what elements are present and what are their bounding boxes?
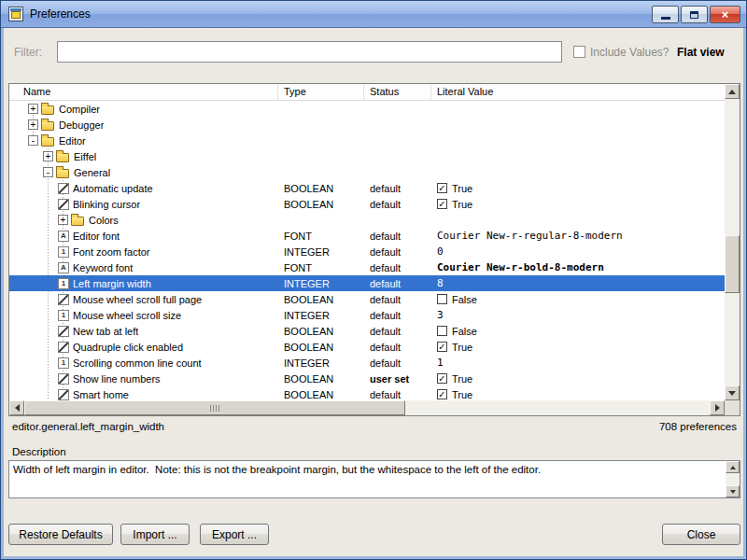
tree-row[interactable]: +Compiler xyxy=(9,101,725,117)
scroll-left-button[interactable] xyxy=(9,400,24,415)
value-text: Courier New-r-bold-8-modern xyxy=(437,261,604,273)
maximize-button[interactable] xyxy=(681,6,708,23)
type-cell: FONT xyxy=(278,228,364,244)
description-scrollbar[interactable] xyxy=(726,461,740,497)
column-header-literal-value[interactable]: Literal Value xyxy=(431,84,725,101)
scroll-down-button[interactable] xyxy=(725,385,740,400)
tree-row[interactable]: 1Font zoom factorINTEGERdefault0 xyxy=(9,244,725,259)
type-cell: INTEGER xyxy=(278,355,364,371)
filter-label: Filter: xyxy=(14,46,42,59)
titlebar[interactable]: Preferences × xyxy=(1,1,746,28)
type-cell: BOOLEAN xyxy=(278,339,364,355)
value-text: 8 xyxy=(437,277,444,289)
scroll-up-button[interactable] xyxy=(725,84,740,99)
status-cell xyxy=(364,133,431,148)
value-text: 3 xyxy=(437,309,444,321)
tree-row[interactable]: +Eiffel xyxy=(9,148,725,164)
tree-row[interactable]: 1Mouse wheel scroll sizeINTEGERdefault3 xyxy=(9,307,725,323)
collapse-icon[interactable]: - xyxy=(43,167,53,177)
close-window-button[interactable]: × xyxy=(710,6,740,23)
name-cell: +Debugger xyxy=(9,117,278,133)
tree-row[interactable]: New tab at leftBOOLEANdefaultFalse xyxy=(9,323,725,339)
minimize-button[interactable] xyxy=(652,6,679,23)
column-header-status[interactable]: Status xyxy=(364,84,431,101)
down-arrow-icon xyxy=(730,490,736,494)
row-label: Colors xyxy=(89,215,119,226)
expand-icon[interactable]: + xyxy=(43,151,53,161)
scroll-right-button[interactable] xyxy=(710,400,725,415)
value-checkbox[interactable]: ✓ xyxy=(437,183,447,193)
folder-icon xyxy=(71,217,84,226)
description-scroll-down-button[interactable] xyxy=(726,485,740,497)
type-cell xyxy=(278,164,364,180)
value-text: False xyxy=(452,294,477,305)
value-checkbox[interactable]: ✓ xyxy=(437,342,447,352)
tree-row[interactable]: -Editor xyxy=(9,133,725,148)
value-checkbox[interactable] xyxy=(437,294,447,304)
row-label: Editor font xyxy=(73,231,120,242)
integer-pref-icon: 1 xyxy=(58,357,69,369)
value-text: True xyxy=(452,199,472,210)
tree-row[interactable]: +Debugger xyxy=(9,117,725,133)
export-button[interactable]: Export ... xyxy=(200,524,269,545)
value-checkbox[interactable]: ✓ xyxy=(437,199,447,209)
value-text: Courier New-r-regular-8-modern xyxy=(437,230,623,242)
close-button[interactable]: Close xyxy=(662,524,740,545)
type-cell: INTEGER xyxy=(278,307,364,323)
include-values-checkbox[interactable] xyxy=(573,46,585,58)
collapse-icon[interactable]: - xyxy=(28,135,38,146)
boolean-pref-icon xyxy=(58,199,69,210)
name-cell: Show line numbers xyxy=(9,371,278,386)
type-cell xyxy=(278,117,364,133)
column-header-name[interactable]: Name xyxy=(9,84,278,101)
close-icon: × xyxy=(722,8,729,21)
value-checkbox[interactable]: ✓ xyxy=(437,373,447,384)
tree-row[interactable]: Smart homeBOOLEANdefault✓True xyxy=(9,386,725,400)
tree-row[interactable]: AEditor fontFONTdefaultCourier New-r-reg… xyxy=(9,228,725,244)
expand-icon[interactable]: + xyxy=(28,119,38,130)
tree-row[interactable]: +Colors xyxy=(9,212,725,228)
name-cell: 1Scrolling common line count xyxy=(9,355,278,371)
type-cell xyxy=(278,212,364,228)
horizontal-scroll-thumb[interactable] xyxy=(24,400,405,415)
boolean-pref-icon xyxy=(58,342,69,353)
type-cell: BOOLEAN xyxy=(278,371,364,386)
tree-row[interactable]: Mouse wheel scroll full pageBOOLEANdefau… xyxy=(9,291,725,307)
value-cell xyxy=(431,133,725,148)
tree-row[interactable]: Blinking cursorBOOLEANdefault✓True xyxy=(9,196,725,212)
tree-row[interactable]: -General xyxy=(9,164,725,180)
expand-icon[interactable]: + xyxy=(58,215,68,225)
vertical-scroll-thumb[interactable] xyxy=(725,235,740,293)
column-header-type[interactable]: Type xyxy=(278,84,364,101)
type-cell: FONT xyxy=(278,259,364,275)
status-cell: default xyxy=(364,291,431,307)
value-checkbox[interactable] xyxy=(437,326,447,336)
value-cell xyxy=(431,117,725,133)
integer-pref-icon: 1 xyxy=(58,246,69,258)
window-title: Preferences xyxy=(30,7,91,21)
restore-defaults-button[interactable]: Restore Defaults xyxy=(8,524,113,545)
row-label: Show line numbers xyxy=(73,373,161,385)
window-controls: × xyxy=(652,6,740,23)
vertical-scrollbar[interactable] xyxy=(725,84,740,400)
tree-row[interactable]: 1Scrolling common line countINTEGERdefau… xyxy=(9,355,725,371)
status-cell: user set xyxy=(364,371,431,386)
value-text: False xyxy=(452,326,477,337)
tree-row[interactable]: Quadruple click enabledBOOLEANdefault✓Tr… xyxy=(9,339,725,355)
flat-view-toggle[interactable]: Flat view xyxy=(677,46,725,59)
description-scroll-up-button[interactable] xyxy=(726,461,740,473)
horizontal-scrollbar[interactable] xyxy=(9,400,725,415)
tree-row[interactable]: AKeyword fontFONTdefaultCourier New-r-bo… xyxy=(9,259,725,275)
tree-row[interactable]: Automatic updateBOOLEANdefault✓True xyxy=(9,180,725,196)
row-label: Quadruple click enabled xyxy=(73,342,183,353)
filter-input[interactable] xyxy=(57,41,562,63)
value-cell: ✓True xyxy=(431,180,725,196)
status-cell: default xyxy=(364,275,431,291)
name-cell: AKeyword font xyxy=(9,259,278,275)
expand-icon[interactable]: + xyxy=(28,104,38,114)
tree-row[interactable]: Show line numbersBOOLEANuser set✓True xyxy=(9,371,725,386)
status-cell: default xyxy=(364,386,431,400)
tree-row[interactable]: 1Left margin widthINTEGERdefault8 xyxy=(9,275,725,291)
import-button[interactable]: Import ... xyxy=(120,524,190,545)
value-checkbox[interactable]: ✓ xyxy=(437,389,447,399)
